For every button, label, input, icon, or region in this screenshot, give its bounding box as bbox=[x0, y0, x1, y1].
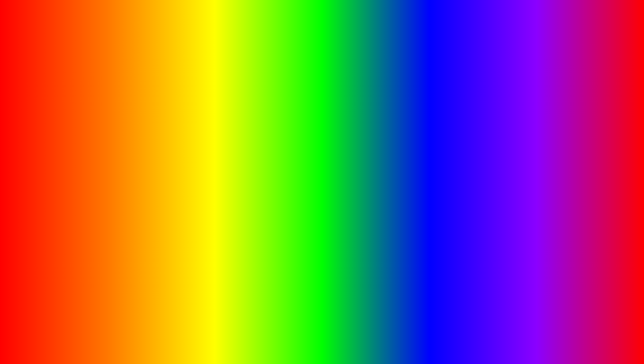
ui1-fps: FPS: 48 bbox=[397, 98, 409, 102]
toggle-raid-hop[interactable] bbox=[444, 211, 459, 218]
menu-label-shop: Shop bbox=[253, 192, 263, 197]
ui2-ping: Ping: 105.88 (29%CV) bbox=[426, 128, 459, 131]
ui1-subheader: 👤 XxArSendxX #1009 Players : 1 / 12 Hr(s… bbox=[241, 104, 413, 119]
menu2-label-stats: Stats bbox=[287, 181, 297, 186]
menu2-combat[interactable]: ⚔ Combat bbox=[275, 169, 318, 178]
menu2-stats[interactable]: 📈 Stats bbox=[275, 178, 318, 188]
fruit-icon: 🍎 bbox=[245, 182, 251, 187]
ui2-date: 03 February 2023 bbox=[352, 125, 381, 129]
ui2-players: Players : 1 / 12 bbox=[437, 136, 459, 140]
ui1-date: 03 February 2023 bbox=[309, 94, 338, 98]
svg-rect-3 bbox=[84, 223, 88, 236]
menu-label-dungeon: Dungeon bbox=[253, 173, 271, 178]
menu2-devil-fruit[interactable]: 🍎 Devil Fruit bbox=[275, 207, 318, 217]
shop-icon: 🛒 bbox=[245, 192, 251, 197]
svg-rect-9 bbox=[71, 271, 99, 301]
toggle-row-dungeon: Auto Farm Dungeon bbox=[322, 160, 459, 173]
game-character bbox=[56, 218, 123, 318]
ui2-sidebar: 🏠 Main Farm 🔧 Misc Farm ⚔ Combat 📈 Stats… bbox=[275, 147, 318, 233]
mobile-line: MOBILE ✔ bbox=[20, 124, 128, 146]
toggle-label-dungeon: Auto Farm Dungeon bbox=[322, 164, 361, 169]
android-line: ANDROID ✔ bbox=[20, 146, 128, 168]
stats-icon-2: 📈 bbox=[279, 181, 284, 186]
misc-sign-text: MISC. bbox=[161, 94, 188, 103]
toggle-label-raid-hop: Auto Raid Hop bbox=[322, 212, 350, 217]
svg-rect-12 bbox=[73, 301, 83, 317]
menu2-label-shop: Shop bbox=[287, 219, 297, 224]
ui2-logo: P bbox=[278, 123, 286, 131]
svg-rect-11 bbox=[97, 271, 110, 294]
sword-icon: ⚔ bbox=[245, 144, 251, 149]
ui1-logo: P bbox=[245, 92, 253, 100]
menu2-misc-farm[interactable]: 🔧 Misc Farm bbox=[275, 159, 318, 169]
home-icon: 🏠 bbox=[245, 124, 251, 129]
ui2-header: P PadoHub 03 February 2023 Hours:09:20:4… bbox=[275, 121, 463, 134]
menu2-label-combat: Combat bbox=[287, 171, 302, 176]
fruits-logo-icon: 🍇 bbox=[574, 303, 608, 336]
ui2-player-id: #1009 bbox=[291, 141, 315, 144]
android-check: ✔ bbox=[114, 148, 128, 167]
target-icon-2: 🎯 bbox=[279, 200, 284, 205]
misc-sign: ? MISC. Mysterious Entity bbox=[133, 56, 216, 116]
menu2-shop[interactable]: 🛒 Shop bbox=[275, 217, 318, 227]
toggle-dungeon[interactable] bbox=[444, 163, 459, 170]
menu2-label-teleport: Teleport bbox=[287, 190, 302, 195]
svg-rect-13 bbox=[86, 301, 97, 317]
ui2-hub-name: PadoHub bbox=[289, 125, 307, 130]
svg-rect-2 bbox=[75, 223, 79, 236]
ui2-content-title: Wait For Dungeon bbox=[322, 151, 459, 157]
pastebin-label: PASTEBIN bbox=[308, 325, 421, 351]
toggle-row-kill-aura: Auto Farm Kill Aura bbox=[322, 182, 459, 195]
ui1-hours: Hours:09:20:21 bbox=[387, 89, 409, 93]
mobile-check: ✔ bbox=[99, 125, 113, 145]
toggle-kill-aura[interactable] bbox=[444, 185, 459, 192]
ui-window-2: P PadoHub 03 February 2023 Hours:09:20:4… bbox=[274, 120, 464, 234]
bottom-text-section: AUTO FARM SCRIPT PASTEBIN bbox=[17, 316, 421, 354]
menu2-label-misc-farm: Misc Farm bbox=[287, 161, 307, 166]
ui1-header: P PadoHub 03 February 2023 Hours:09:20:2… bbox=[241, 87, 413, 104]
toggle-raid[interactable] bbox=[444, 198, 459, 205]
title-blox: BLOXLOX bbox=[17, 7, 246, 55]
android-label: ANDROID bbox=[20, 146, 110, 168]
svg-rect-5 bbox=[73, 246, 98, 271]
misc-sign-subtext: Mysterious Entity bbox=[159, 104, 190, 109]
ui2-hr-min: Hr(s): 0 Min bbox=[442, 140, 459, 144]
shop-icon-2: 🛒 bbox=[279, 219, 284, 224]
wrench-icon: 🔧 bbox=[245, 134, 251, 139]
home-icon-2: 🏠 bbox=[279, 152, 284, 157]
title-fruits: FRUITS bbox=[446, 7, 617, 55]
menu-label-stats: Stats bbox=[253, 153, 263, 158]
ui1-hub-name: PadoHub bbox=[256, 93, 274, 98]
fruits-logo-section: 🍇 FRUITS bbox=[558, 303, 624, 357]
mobile-android-section: MOBILE ✔ ANDROID ✔ bbox=[20, 124, 128, 168]
svg-rect-6 bbox=[75, 251, 83, 257]
toggle-row-raid-hop: Auto Raid Hop bbox=[322, 208, 459, 221]
wrench-icon-2: 🔧 bbox=[279, 161, 284, 166]
ui1-avatar: 👤 bbox=[245, 107, 255, 117]
ui1-control: [ RightControl ] bbox=[387, 114, 409, 118]
ui2-body: 🏠 Main Farm 🔧 Misc Farm ⚔ Combat 📈 Stats… bbox=[275, 147, 463, 233]
menu2-teleport[interactable]: 📍 Teleport bbox=[275, 188, 318, 198]
blox-text: BLOX bbox=[17, 4, 148, 58]
menu2-label-devil-fruit: Devil Fruit bbox=[287, 210, 306, 215]
ui1-time: Hr(s): 0 Min(s): 8 Sec(s): 29 bbox=[368, 110, 409, 113]
ui2-subheader: 👤 XxArSendxX #1009 Players : 1 / 12 Hr(s… bbox=[275, 134, 463, 147]
fluxus-hydrogen-section: FLUXUS HYDROGEN bbox=[520, 110, 601, 141]
ui2-content-subtitle: push down using punches bbox=[322, 173, 459, 178]
ui1-player-name: XxArSendxX bbox=[257, 107, 281, 112]
ui1-player-id: #1009 bbox=[257, 112, 281, 116]
menu2-main-farm[interactable]: 🏠 Main Farm bbox=[275, 149, 318, 159]
menu2-dungeon[interactable]: 🎯 Dungeon bbox=[275, 198, 318, 207]
sword-icon-2: ⚔ bbox=[279, 171, 284, 176]
menu-label-devil-fruit: Devil Fruit bbox=[253, 182, 273, 187]
stats-icon: 📈 bbox=[245, 153, 251, 158]
ui2-avatar: 👤 bbox=[278, 135, 288, 145]
main-container: ? MISC. Mysterious Entity bbox=[0, 0, 644, 364]
script-label: SCRIPT bbox=[219, 325, 302, 351]
ui2-hours: Hours:09:20:42 bbox=[437, 123, 459, 127]
toggle-row-raid: Auto Raid bbox=[322, 195, 459, 208]
misc-question-mark: ? bbox=[167, 63, 182, 94]
auto-label: AUTO bbox=[17, 316, 111, 354]
farm-label: FARM bbox=[117, 316, 212, 354]
ui2-player-name: XxArSendxX bbox=[291, 136, 315, 141]
